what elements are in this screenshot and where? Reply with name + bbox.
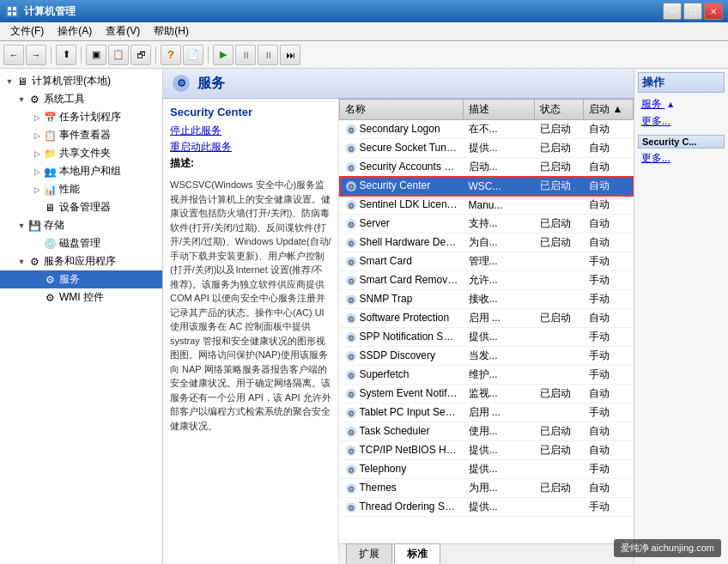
table-row[interactable]: ⚙Software Protection 启用 ... 已启动 自动 <box>340 309 634 328</box>
actions-sub-more-link[interactable]: 更多... <box>638 150 725 167</box>
menu-bar: 文件(F) 操作(A) 查看(V) 帮助(H) <box>0 22 728 41</box>
users-icon: 👥 <box>43 165 57 179</box>
tree-root-label: 计算机管理(本地) <box>32 74 111 88</box>
cell-status <box>535 328 584 347</box>
properties-button[interactable]: 📋 <box>108 45 129 65</box>
cell-name: ⚙Sentinel LDK License Ma... <box>340 196 464 215</box>
back-button[interactable]: ← <box>3 45 24 65</box>
export-button[interactable]: 📄 <box>183 45 203 65</box>
table-row[interactable]: ⚙Tablet PC Input Service 启用 ... 手动 <box>340 403 634 422</box>
menu-file[interactable]: 文件(F) <box>3 22 51 40</box>
col-header-status[interactable]: 状态 <box>535 100 584 120</box>
cell-name: ⚙Tablet PC Input Service <box>340 403 464 422</box>
menu-view[interactable]: 查看(V) <box>99 22 147 40</box>
table-row[interactable]: ⚙Smart Card Removal Po... 允许... 手动 <box>340 271 634 290</box>
cell-status <box>535 498 584 517</box>
tab-extend[interactable]: 扩展 <box>346 543 392 564</box>
table-row[interactable]: ⚙Security Accounts Mana... 启动... 已启动 自动 <box>340 158 634 177</box>
service-row-icon: ⚙ <box>345 464 357 476</box>
tree-performance[interactable]: ▷ 📊 性能 <box>0 180 162 198</box>
cell-name: ⚙Task Scheduler <box>340 422 464 441</box>
table-row[interactable]: ⚙Thread Ordering Server 提供... 手动 <box>340 498 634 517</box>
table-row[interactable]: ⚙Secure Socket Tunnelin... 提供... 已启动 自动 <box>340 139 634 158</box>
menu-action[interactable]: 操作(A) <box>51 22 99 40</box>
table-row[interactable]: ⚙Secondary Logon 在不... 已启动 自动 <box>340 120 634 139</box>
toolbar-sep-2 <box>81 46 82 64</box>
services-table-container[interactable]: 名称 描述 状态 启动 ▲ ⚙Secondary Logon 在不... 已启动… <box>339 99 634 543</box>
col-header-startup[interactable]: 启动 ▲ <box>584 100 634 120</box>
tree-expand-users: ▷ <box>31 166 43 178</box>
table-row[interactable]: ⚙Telephony 提供... 手动 <box>340 460 634 479</box>
tree-event-viewer[interactable]: ▷ 📋 事件查看器 <box>0 126 162 144</box>
forward-button[interactable]: → <box>26 45 46 65</box>
table-row[interactable]: ⚙System Event Notificatio... 监视... 已启动 自… <box>340 385 634 403</box>
new-window-button[interactable]: 🗗 <box>130 45 151 65</box>
table-row[interactable]: ⚙Security Center WSC... 已启动 自动 <box>340 177 634 196</box>
actions-more-link[interactable]: 更多... <box>638 113 725 130</box>
tab-standard[interactable]: 标准 <box>394 543 440 564</box>
stop-service-button[interactable]: ⏸ <box>235 45 256 65</box>
table-row[interactable]: ⚙Themes 为用... 已启动 自动 <box>340 479 634 498</box>
svg-text:⚙: ⚙ <box>348 277 355 286</box>
svg-rect-4 <box>13 12 16 15</box>
pause-service-button[interactable]: ⏸ <box>258 45 278 65</box>
tree-expand-task: ▷ <box>31 112 43 124</box>
col-header-desc[interactable]: 描述 <box>464 100 535 120</box>
tree-system-tools[interactable]: ▼ ⚙ 系统工具 <box>0 90 162 108</box>
tree-root[interactable]: ▼ 🖥 计算机管理(本地) <box>0 72 162 90</box>
svg-text:⚙: ⚙ <box>348 145 355 154</box>
cell-startup: 自动 <box>584 196 634 215</box>
table-row[interactable]: ⚙Server 支持... 已启动 自动 <box>340 215 634 233</box>
table-row[interactable]: ⚙Superfetch 维护... 手动 <box>340 366 634 385</box>
actions-header: 操作 <box>638 72 725 93</box>
computer-icon: 🖥 <box>15 75 29 88</box>
cell-desc: 提供... <box>464 498 535 517</box>
tree-services[interactable]: ⚙ 服务 <box>0 270 162 288</box>
tree-storage[interactable]: ▼ 💾 存储 <box>0 216 162 234</box>
tree-disk-management[interactable]: 💿 磁盘管理 <box>0 234 162 252</box>
servicesapps-icon: ⚙ <box>27 255 41 269</box>
restore-button[interactable]: □ <box>683 3 702 20</box>
table-row[interactable]: ⚙TCP/IP NetBIOS Helper 提供... 已启动 自动 <box>340 441 634 460</box>
col-header-name[interactable]: 名称 <box>340 100 464 120</box>
close-button[interactable]: ✕ <box>704 3 723 20</box>
up-button[interactable]: ⬆ <box>56 45 76 65</box>
table-row[interactable]: ⚙Smart Card 管理... 手动 <box>340 252 634 271</box>
table-row[interactable]: ⚙Shell Hardware Detection 为自... 已启动 自动 <box>340 233 634 252</box>
cell-startup: 自动 <box>584 177 634 196</box>
services-icon: ⚙ <box>43 273 57 287</box>
cell-name: ⚙SPP Notification Service <box>340 328 464 347</box>
help-button[interactable]: ? <box>161 45 181 65</box>
actions-services-label[interactable]: 服务 ▲ <box>638 96 725 112</box>
minimize-button[interactable]: ─ <box>663 3 682 20</box>
services-header-title: 服务 <box>197 75 225 93</box>
tree-services-apps[interactable]: ▼ ⚙ 服务和应用程序 <box>0 252 162 270</box>
restart-service-button[interactable]: ⏭ <box>280 45 300 65</box>
tree-task-label: 任务计划程序 <box>59 110 121 124</box>
service-row-icon: ⚙ <box>345 256 357 268</box>
start-service-button[interactable]: ▶ <box>213 45 234 65</box>
cell-startup: 自动 <box>584 158 634 177</box>
center-split: Security Center 停止此服务 重启动此服务 描述: WSCSVC(… <box>163 99 634 564</box>
cell-status: 已启动 <box>535 120 584 139</box>
cell-name: ⚙Superfetch <box>340 366 464 385</box>
tree-task-scheduler[interactable]: ▷ 📅 任务计划程序 <box>0 108 162 126</box>
menu-help[interactable]: 帮助(H) <box>147 22 196 40</box>
stop-service-link[interactable]: 停止此服务 <box>170 124 331 138</box>
tree-local-users[interactable]: ▷ 👥 本地用户和组 <box>0 162 162 180</box>
tree-wmi[interactable]: ⚙ WMI 控件 <box>0 288 162 306</box>
table-row[interactable]: ⚙SPP Notification Service 提供... 手动 <box>340 328 634 347</box>
table-row[interactable]: ⚙Task Scheduler 使用... 已启动 自动 <box>340 422 634 441</box>
svg-text:⚙: ⚙ <box>348 183 355 191</box>
show-hide-button[interactable]: ▣ <box>86 45 106 65</box>
restart-service-link[interactable]: 重启动此服务 <box>170 140 331 155</box>
tree-device-manager[interactable]: 🖥 设备管理器 <box>0 198 162 216</box>
table-row[interactable]: ⚙SSDP Discovery 当发... 手动 <box>340 347 634 366</box>
cell-desc: 在不... <box>464 120 535 139</box>
service-row-icon: ⚙ <box>345 124 357 136</box>
table-row[interactable]: ⚙SNMP Trap 接收... 手动 <box>340 290 634 309</box>
task-icon: 📅 <box>43 111 57 124</box>
cell-status <box>535 271 584 290</box>
table-row[interactable]: ⚙Sentinel LDK License Ma... Manu... 自动 <box>340 196 634 215</box>
tree-shared-folders[interactable]: ▷ 📁 共享文件夹 <box>0 144 162 162</box>
